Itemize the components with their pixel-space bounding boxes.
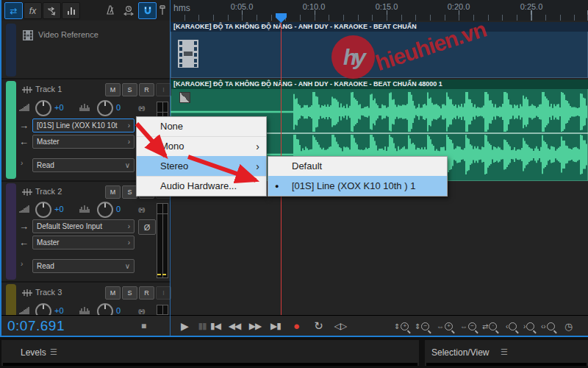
track3-arm-button[interactable]: R bbox=[139, 286, 154, 300]
zoom-in-vertical-button[interactable]: ⇕+ bbox=[394, 319, 409, 333]
zoom-mod: ‹ bbox=[506, 322, 508, 330]
zoom-mod: ⇔ bbox=[437, 322, 444, 330]
zoom-to-out-point-button[interactable]: › bbox=[523, 319, 534, 333]
move-to-previous-button[interactable]: ▮◀ bbox=[206, 318, 225, 333]
timer-button[interactable]: ◷ bbox=[564, 319, 573, 333]
track3-name[interactable]: Track 3 bbox=[35, 288, 62, 297]
expand-icon[interactable]: › bbox=[21, 260, 23, 268]
track1-output-select[interactable]: Master › bbox=[32, 135, 135, 149]
track1-solo-button[interactable]: S bbox=[122, 83, 137, 96]
meter-peak-dash bbox=[162, 274, 166, 275]
track2-pan-knob[interactable] bbox=[97, 202, 113, 218]
track2-pan-value[interactable]: 0 bbox=[116, 205, 121, 213]
track2-input-select[interactable]: Default Stereo Input › bbox=[32, 219, 135, 233]
track1-arm-button[interactable]: R bbox=[139, 83, 154, 96]
zoom-in-horizontal-button[interactable]: ⇔+ bbox=[437, 319, 453, 333]
menu-item-audio-hardware[interactable]: Audio Hardware... bbox=[137, 176, 266, 196]
zoom-mod: ⇄ bbox=[482, 322, 488, 330]
track2-solo-button[interactable]: S bbox=[122, 185, 137, 199]
play-button[interactable]: ▶ bbox=[175, 318, 194, 333]
track3-volume-value[interactable]: +0 bbox=[54, 306, 64, 315]
zoom-mod: ⇔ bbox=[460, 322, 467, 330]
track3-pan-value[interactable]: 0 bbox=[116, 306, 121, 315]
submenu-item-01s-line[interactable]: ● [01S] Line (XOX K10 10th ) 1 bbox=[268, 176, 447, 196]
levels-panel[interactable]: Levels ☰ bbox=[1, 340, 419, 366]
track3-mute-button[interactable]: M bbox=[105, 286, 121, 300]
track2-level-meter bbox=[157, 203, 168, 278]
monitor-icon: ((•)) bbox=[138, 308, 144, 314]
skip-selection-button[interactable]: ◁▷ bbox=[331, 318, 350, 333]
video-clip-title: [KARAOKE] ĐỘ TA KHÔNG ĐỘ NÀNG - ANH DUY … bbox=[171, 22, 588, 32]
time-options-icon[interactable] bbox=[120, 2, 137, 18]
magnifier-icon: · bbox=[489, 322, 497, 330]
track2-color-strip[interactable] bbox=[6, 183, 16, 280]
track1-color-strip[interactable] bbox=[6, 81, 16, 179]
track1-input-value: [01S] Line (XOX K10 10t bbox=[37, 121, 118, 130]
zoom-to-in-point-button[interactable]: ‹ bbox=[506, 319, 517, 333]
track1-output-value: Master bbox=[37, 138, 60, 146]
zoom-out-vertical-button[interactable]: ⇕− bbox=[415, 319, 429, 333]
track2-volume-value[interactable]: +0 bbox=[54, 205, 64, 213]
zoom-to-selection-button[interactable]: ‹› bbox=[541, 319, 555, 333]
panel-menu-icon[interactable]: ☰ bbox=[50, 347, 57, 357]
track1-mute-button[interactable]: M bbox=[105, 83, 121, 96]
time-selection-tool-button[interactable]: ⇄ bbox=[4, 2, 23, 19]
metering-icon[interactable] bbox=[62, 2, 80, 19]
submenu-item-label: [01S] Line (XOX K10 10th ) 1 bbox=[292, 180, 415, 191]
move-to-next-button[interactable]: ▶▮ bbox=[266, 318, 285, 333]
selection-view-strip bbox=[426, 363, 587, 366]
fast-forward-button[interactable]: ▶▶ bbox=[245, 318, 265, 333]
panel-menu-icon[interactable]: ☰ bbox=[501, 347, 508, 357]
track2-output-value: Master bbox=[37, 238, 60, 247]
track2-output-select[interactable]: Master › bbox=[32, 236, 135, 250]
selection-view-panel[interactable]: Selection/View ☰ bbox=[425, 340, 588, 366]
track1-automation-select[interactable]: Read ∨ bbox=[32, 158, 135, 172]
track3-solo-button[interactable]: S bbox=[122, 286, 137, 300]
playhead-time-display[interactable]: 0:07.691 bbox=[7, 318, 65, 334]
magnifier-icon bbox=[526, 322, 534, 330]
snap-magnet-icon[interactable] bbox=[138, 2, 157, 19]
track2-name[interactable]: Track 2 bbox=[35, 187, 62, 196]
volume-icon bbox=[19, 306, 31, 315]
track3-monitor-button[interactable]: I bbox=[156, 286, 171, 300]
record-button[interactable]: ● bbox=[287, 318, 306, 333]
zoom-out-horizontal-button[interactable]: ⇔− bbox=[460, 319, 476, 333]
timeline-ruler[interactable]: hms 0:05.0 0:10.0 0:15.0 0:20.0 0:25.0 bbox=[171, 0, 588, 21]
menu-item-stereo[interactable]: Stereo › bbox=[137, 156, 266, 176]
volume-icon bbox=[19, 205, 31, 213]
menu-item-none[interactable]: None bbox=[137, 117, 266, 136]
track2-volume-knob[interactable] bbox=[35, 202, 51, 218]
transport-bar: 0:07.691 ■ ▶ ▮▮ ▮◀ ◀◀ ▶▶ ▶▮ ● ↻ ◁▷ ⇕+ ⇕−… bbox=[0, 315, 588, 336]
input-context-menu: None Mono › Stereo › Audio Hardware... bbox=[136, 116, 267, 197]
stereo-input-submenu: Default ● [01S] Line (XOX K10 10th ) 1 bbox=[268, 156, 448, 197]
magnifier-icon bbox=[547, 322, 555, 330]
menu-item-mono[interactable]: Mono › bbox=[137, 136, 266, 156]
magnifier-icon: − bbox=[468, 322, 476, 330]
expand-icon[interactable]: › bbox=[21, 159, 23, 167]
rewind-button[interactable]: ◀◀ bbox=[225, 318, 244, 333]
track2-automation-select[interactable]: Read ∨ bbox=[32, 259, 135, 273]
marker-icon[interactable] bbox=[157, 2, 168, 18]
submenu-item-label: Default bbox=[292, 160, 322, 171]
fx-icon[interactable]: fx bbox=[24, 2, 42, 19]
track1-pan-value[interactable]: 0 bbox=[116, 103, 121, 112]
loop-playback-button[interactable]: ↻ bbox=[309, 318, 328, 333]
track1-input-select[interactable]: [01S] Line (XOX K10 10t › bbox=[32, 118, 135, 132]
track1-volume-value[interactable]: +0 bbox=[54, 103, 64, 112]
track1-monitor-button[interactable]: I bbox=[156, 83, 171, 96]
metronome-icon[interactable] bbox=[101, 2, 118, 18]
editor-focus-border bbox=[0, 0, 1, 337]
audition-multitrack-window: ⇄ fx hms 0:05.0 0:10.0 0:15.0 0:20.0 0:2… bbox=[0, 0, 588, 368]
editor-focus-border bbox=[0, 336, 588, 337]
track3-color-strip[interactable] bbox=[6, 284, 16, 315]
track2-mute-button[interactable]: M bbox=[105, 185, 121, 199]
track2-no-record-button[interactable]: Ø bbox=[138, 219, 156, 235]
zoom-to-playhead-button[interactable]: ⇄· bbox=[482, 319, 497, 333]
submenu-item-default[interactable]: Default bbox=[268, 157, 447, 176]
meter-peak-dash bbox=[157, 274, 161, 275]
stop-button[interactable]: ■ bbox=[134, 318, 153, 333]
slip-tool-icon[interactable] bbox=[43, 2, 61, 19]
track1-volume-knob[interactable] bbox=[35, 100, 51, 116]
track1-name[interactable]: Track 1 bbox=[35, 85, 62, 93]
track1-pan-knob[interactable] bbox=[97, 100, 113, 116]
